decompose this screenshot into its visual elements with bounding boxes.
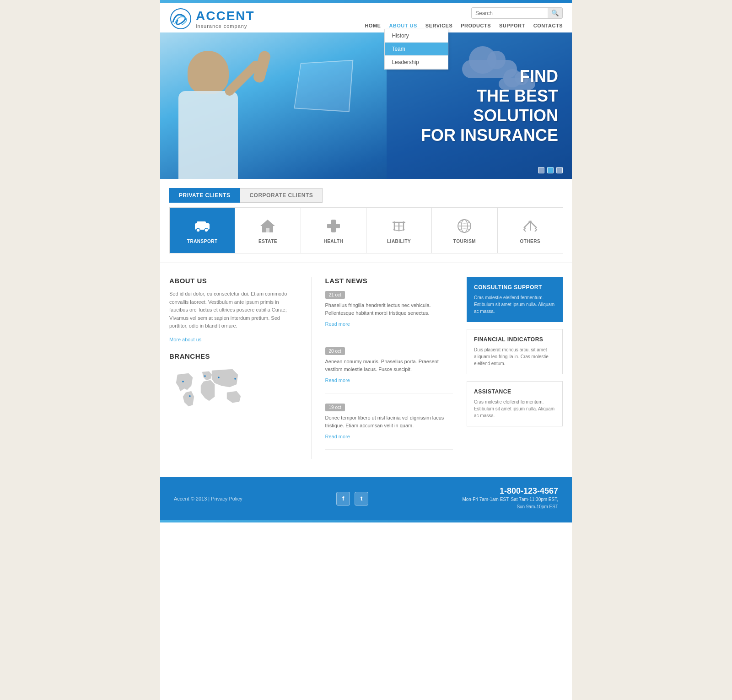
svg-point-23 xyxy=(234,378,236,380)
svg-marker-5 xyxy=(260,220,275,226)
nav-services[interactable]: SERVICES xyxy=(425,23,452,28)
news-read-more-3[interactable]: Read more xyxy=(325,434,350,439)
branches-section: BRANCHES xyxy=(169,352,297,411)
nav-about[interactable]: ABOUT US xyxy=(389,23,417,28)
service-transport[interactable]: TRANSPORT xyxy=(169,207,235,253)
logo-tagline: insurance company xyxy=(196,23,255,29)
nav-support[interactable]: SUPPORT xyxy=(499,23,525,28)
estate-icon xyxy=(258,217,277,235)
nav-products[interactable]: PRODUCTS xyxy=(461,23,491,28)
logo-name: ACCENT xyxy=(196,9,255,23)
hero-text: FIND THE BEST SOLUTION FOR INSURANCE xyxy=(387,57,572,155)
bottom-bar xyxy=(160,520,572,522)
hero-heading: FIND THE BEST SOLUTION FOR INSURANCE xyxy=(400,66,558,145)
svg-point-3 xyxy=(196,228,200,232)
world-map xyxy=(169,366,252,411)
news-date-1: 21 oct xyxy=(325,291,345,299)
content-area: ABOUT US Sed id dui dolor, eu consectetu… xyxy=(160,263,572,473)
dropdown-history[interactable]: History xyxy=(385,29,448,43)
service-others[interactable]: OTHERS xyxy=(497,207,563,253)
dropdown-team[interactable]: Team xyxy=(385,43,448,56)
about-read-more[interactable]: More about us xyxy=(169,337,201,342)
tourism-icon xyxy=(455,217,474,235)
news-item-2: 20 oct Aenean nonumy mauris. Phasellus p… xyxy=(325,346,453,393)
liability-label: LIABILITY xyxy=(387,239,411,244)
others-icon xyxy=(521,217,539,235)
service-estate[interactable]: ESTATE xyxy=(235,207,301,253)
svg-point-19 xyxy=(528,221,532,222)
financial-text: Duis placerat rhoncus arcu, sit amet ali… xyxy=(474,346,555,367)
svg-point-21 xyxy=(204,375,206,377)
sidebar: CONSULTING SUPPORT Cras molestie eleifen… xyxy=(467,277,563,459)
search-bar: 🔍 xyxy=(471,7,563,19)
search-button[interactable]: 🔍 xyxy=(548,8,563,18)
assistance-text: Cras molestie eleifend fermentum. Estibu… xyxy=(474,398,555,419)
tab-private[interactable]: PRIVATE CLIENTS xyxy=(169,188,240,203)
news-text-1: Phasellus fringilla hendrerit lectus nec… xyxy=(325,302,453,317)
svg-rect-7 xyxy=(266,228,269,232)
news-text-2: Aenean nonumy mauris. Phasellus porta. P… xyxy=(325,358,453,373)
branches-title: BRANCHES xyxy=(169,352,297,360)
estate-label: ESTATE xyxy=(258,239,277,244)
news-title: LAST NEWS xyxy=(325,277,453,285)
transport-label: TRANSPORT xyxy=(187,239,218,244)
liability-icon xyxy=(390,217,408,235)
slider-dot-3[interactable] xyxy=(556,167,563,173)
logo-area[interactable]: ACCENT insurance company xyxy=(169,7,255,30)
client-tabs: PRIVATE CLIENTS CORPORATE CLIENTS xyxy=(169,188,563,203)
health-label: HEALTH xyxy=(323,239,343,244)
footer-contact: 1-800-123-4567 Mon-Fri 7am-1am EST, Sat … xyxy=(462,486,558,511)
facebook-button[interactable]: f xyxy=(336,492,350,506)
news-item-3: 19 oct Donec tempor libero ut nisl lacin… xyxy=(325,403,453,450)
service-tourism[interactable]: TOURISM xyxy=(431,207,497,253)
twitter-button[interactable]: t xyxy=(355,492,368,506)
svg-rect-2 xyxy=(197,221,206,226)
service-health[interactable]: HEALTH xyxy=(301,207,366,253)
svg-point-4 xyxy=(205,228,208,232)
svg-point-20 xyxy=(182,381,184,382)
financial-title: FINANCIAL INDICATORS xyxy=(474,336,555,343)
nav-home[interactable]: HOME xyxy=(365,23,381,28)
footer-phone: 1-800-123-4567 xyxy=(462,486,558,496)
hero-banner: FIND THE BEST SOLUTION FOR INSURANCE xyxy=(160,32,572,179)
transport-icon xyxy=(193,217,211,235)
map-svg xyxy=(169,366,252,411)
sidebar-financial: FINANCIAL INDICATORS Duis placerat rhonc… xyxy=(467,329,563,374)
about-title: ABOUT US xyxy=(169,277,297,285)
services-grid: TRANSPORT ESTATE HEALTH xyxy=(160,203,572,263)
slider-dot-1[interactable] xyxy=(538,167,544,173)
sidebar-assistance: ASSISTANCE Cras molestie eleifend fermen… xyxy=(467,381,563,426)
footer-social: f t xyxy=(336,492,368,506)
footer: Accent © 2013 | Privacy Policy f t 1-800… xyxy=(160,477,572,520)
news-date-3: 19 oct xyxy=(325,404,345,411)
dropdown-leadership[interactable]: Leadership xyxy=(385,56,448,69)
tab-corporate[interactable]: CORPORATE CLIENTS xyxy=(240,188,323,203)
content-left: ABOUT US Sed id dui dolor, eu consectetu… xyxy=(169,277,311,459)
content-middle: LAST NEWS 21 oct Phasellus fringilla hen… xyxy=(311,277,467,459)
main-nav: HOME ABOUT US History Team Leadership SE… xyxy=(365,22,563,32)
header-right: 🔍 HOME ABOUT US History Team Leadership … xyxy=(365,7,563,32)
page-wrapper: ACCENT insurance company 🔍 HOME ABOUT US xyxy=(160,0,572,700)
news-read-more-1[interactable]: Read more xyxy=(325,321,350,327)
sidebar-consulting: CONSULTING SUPPORT Cras molestie eleifen… xyxy=(467,277,563,322)
svg-point-24 xyxy=(189,395,191,397)
service-liability[interactable]: LIABILITY xyxy=(366,207,432,253)
about-dropdown: History Team Leadership xyxy=(384,29,448,70)
news-read-more-2[interactable]: Read more xyxy=(325,377,350,383)
slider-dot-2[interactable] xyxy=(547,167,554,173)
logo-icon xyxy=(169,7,192,30)
others-label: OTHERS xyxy=(520,239,540,244)
nav-contacts[interactable]: CONTACTS xyxy=(533,23,563,28)
assistance-title: ASSISTANCE xyxy=(474,388,555,395)
tourism-label: TOURISM xyxy=(453,239,476,244)
svg-point-22 xyxy=(218,377,220,378)
slider-dots xyxy=(538,167,563,173)
consulting-text: Cras molestie eleifend fermentum. Estibu… xyxy=(474,294,555,315)
search-input[interactable] xyxy=(472,8,548,18)
footer-hours: Mon-Fri 7am-1am EST, Sat 7am-11:30pm EST… xyxy=(462,496,558,511)
nav-about-container: ABOUT US History Team Leadership xyxy=(389,22,417,29)
footer-copyright: Accent © 2013 | Privacy Policy xyxy=(174,496,242,501)
consulting-title: CONSULTING SUPPORT xyxy=(474,284,555,291)
health-icon xyxy=(324,217,343,235)
about-body: Sed id dui dolor, eu consectetur dui. Et… xyxy=(169,290,297,330)
